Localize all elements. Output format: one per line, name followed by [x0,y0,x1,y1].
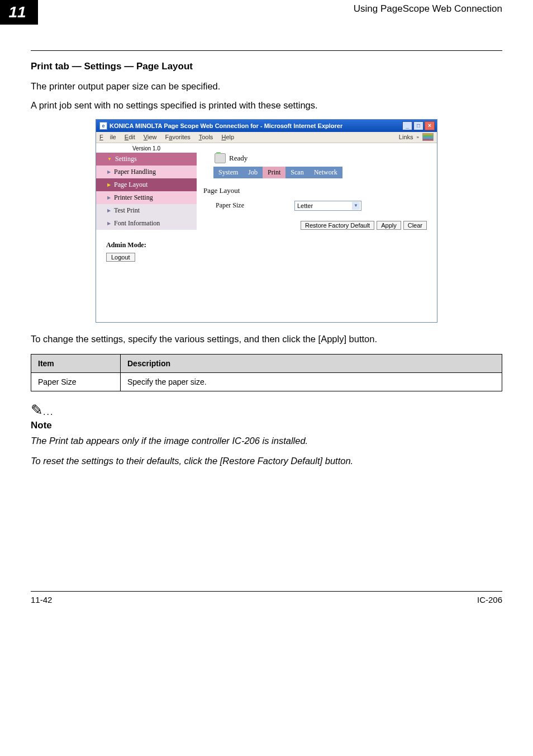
sidebar-item-settings[interactable]: ▼ Settings [96,153,197,166]
sidebar-item-label: Test Print [114,206,140,215]
chevron-down-icon: ▼ [107,157,112,162]
ie-title-bar: e KONICA MINOLTA Page Scope Web Connecti… [96,120,437,132]
menu-help[interactable]: Help [221,134,234,140]
sidebar-item-page-layout[interactable]: ▶ Page Layout [96,178,197,191]
chevron-right-icon: ▶ [107,182,111,187]
window-maximize[interactable]: □ [413,121,423,130]
menu-edit[interactable]: Edit [125,134,135,140]
sidebar-item-test-print[interactable]: ▶ Test Print [96,204,197,217]
ie-throbber-icon [422,133,434,141]
menu-file[interactable]: File [99,134,116,140]
chapter-badge: 11 [0,0,38,25]
table-header-description: Description [121,354,502,372]
tab-bar: System Job Print Scan Network [203,167,430,178]
sidebar-item-label: Paper Handling [114,168,156,176]
tab-print[interactable]: Print [263,167,285,178]
sidebar-item-label: Settings [115,155,137,163]
logout-button[interactable]: Logout [106,253,135,262]
chevron-right-icon: ▶ [107,221,111,226]
menu-view[interactable]: View [144,134,157,140]
sidebar-item-label: Page Layout [114,181,147,189]
footer-doc-id: IC-206 [477,595,502,604]
sidebar-item-label: Printer Setting [114,193,153,202]
screenshot-window: e KONICA MINOLTA Page Scope Web Connecti… [96,119,437,323]
body-paragraph: To change the settings, specify the vari… [31,333,502,346]
chevron-down-icon: ▼ [352,202,360,210]
chevron-right-icon: ▶ [107,208,111,213]
window-minimize[interactable]: _ [402,121,412,130]
section-heading: Print tab — Settings — Page Layout [31,61,502,72]
sidebar-item-font-info[interactable]: ▶ Font Information [96,217,197,230]
footer-page-number: 11-42 [31,595,52,604]
body-paragraph: The printer output paper size can be spe… [31,80,502,93]
note-icon: ✎... [31,401,502,419]
menu-tools[interactable]: Tools [199,134,213,140]
links-label[interactable]: Links [399,134,413,140]
version-label: Version 1.0 [96,143,197,153]
menu-favorites[interactable]: Favorites [165,134,191,140]
window-close[interactable]: × [425,121,435,130]
tab-network[interactable]: Network [309,167,342,178]
content-title: Page Layout [203,186,430,195]
paper-size-select[interactable]: Letter ▼ [294,201,361,211]
chevron-right-icon: ▶ [107,169,111,174]
printer-icon [215,153,226,163]
admin-mode-label: Admin Mode: [106,241,197,249]
page-footer: 11-42 IC-206 [31,591,502,604]
restore-factory-default-button[interactable]: Restore Factory Default [301,221,374,230]
tab-system[interactable]: System [213,167,243,178]
apply-button[interactable]: Apply [377,221,401,230]
chevron-right-icon: ▶ [107,195,111,200]
table-cell-description: Specify the paper size. [121,372,502,391]
table-cell-item: Paper Size [31,372,121,391]
body-paragraph: A print job sent with no settings specif… [31,99,502,112]
table-row: Paper Size Specify the paper size. [31,372,502,391]
chapter-title: Using PageScope Web Connection [354,3,502,15]
note-paragraph: The Print tab appears only if the image … [31,434,502,448]
status-text: Ready [229,154,248,163]
settings-table: Item Description Paper Size Specify the … [31,354,502,391]
sidebar: Version 1.0 ▼ Settings ▶ Paper Handling … [96,143,197,322]
ie-menu-bar: File Edit View Favorites Tools Help Link… [96,132,437,143]
note-heading: Note [31,420,502,431]
window-title: KONICA MINOLTA Page Scope Web Connection… [110,122,342,129]
table-header-item: Item [31,354,121,372]
select-value: Letter [297,202,313,209]
ie-icon: e [99,122,107,130]
field-label-paper-size: Paper Size [216,201,244,210]
sidebar-item-paper-handling[interactable]: ▶ Paper Handling [96,166,197,178]
clear-button[interactable]: Clear [403,221,427,230]
sidebar-item-label: Font Information [114,219,160,228]
tab-scan[interactable]: Scan [285,167,308,178]
sidebar-item-printer-setting[interactable]: ▶ Printer Setting [96,191,197,204]
note-paragraph: To reset the settings to their defaults,… [31,455,502,468]
tab-job[interactable]: Job [243,167,263,178]
